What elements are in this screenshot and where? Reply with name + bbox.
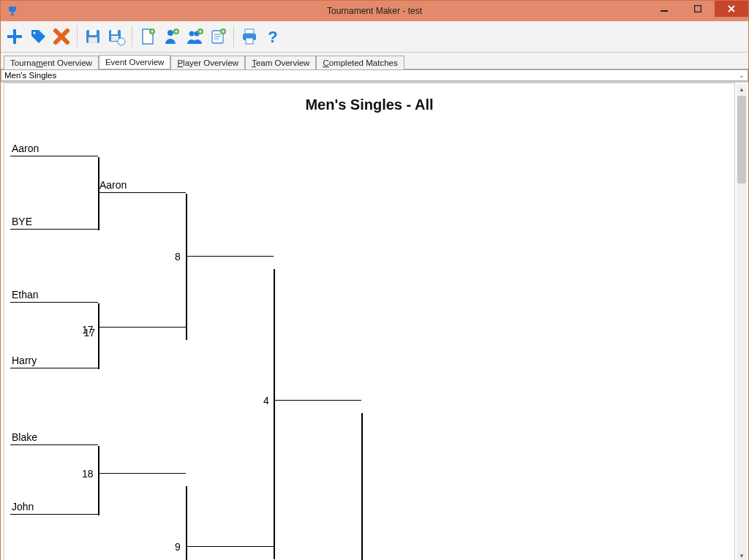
bracket-connector: [98, 157, 99, 230]
add-player-button[interactable]: [160, 26, 182, 48]
scrollbar-thumb[interactable]: [737, 96, 746, 183]
match-score: 4: [263, 395, 269, 406]
svg-text:…: …: [119, 39, 124, 45]
close-button[interactable]: [715, 1, 748, 17]
player-name: BYE: [12, 216, 32, 227]
event-selector-value: Men's Singles: [4, 71, 56, 80]
toolbar-separator: [132, 26, 132, 48]
tab-tournament-overview[interactable]: Tournament Overview: [4, 56, 99, 69]
bracket-slot: Blake: [10, 431, 98, 445]
scroll-up-arrow-icon[interactable]: ▲: [737, 84, 747, 94]
bracket-slot: [186, 254, 274, 257]
event-selector-dropdown[interactable]: Men's Singles ⌄: [1, 69, 748, 81]
svg-point-12: [168, 30, 173, 36]
svg-rect-7: [111, 30, 118, 34]
delete-button[interactable]: [50, 26, 72, 48]
person-add-icon: [162, 27, 181, 46]
svg-rect-21: [246, 38, 253, 44]
bracket-connector: [98, 303, 99, 369]
event-selector-row: Men's Singles ⌄: [1, 69, 748, 82]
player-name: Harry: [12, 355, 37, 366]
scroll-down-arrow-icon[interactable]: ▼: [737, 550, 747, 560]
svg-rect-1: [695, 6, 701, 12]
player-name: John: [12, 501, 34, 512]
save-icon: [83, 27, 102, 46]
chevron-down-icon: ⌄: [739, 72, 745, 79]
bracket-slot: John: [10, 501, 98, 515]
player-name: Blake: [12, 431, 37, 443]
new-doc-icon: [138, 27, 157, 46]
tab-strip: Tournament Overview Event Overview Playe…: [1, 53, 748, 69]
player-name: Ethan: [12, 289, 39, 300]
tab-event-overview[interactable]: Event Overview: [99, 55, 171, 69]
window-title: Tournament Maker - test: [1, 6, 748, 16]
x-icon: [52, 27, 71, 46]
title-bar: Tournament Maker - test: [1, 1, 748, 21]
bracket-slot: Aaron: [98, 179, 186, 193]
app-window: Tournament Maker - test …: [0, 0, 749, 560]
minimize-button[interactable]: [647, 1, 681, 17]
toolbar: … ?: [1, 21, 748, 53]
tag-button[interactable]: [27, 26, 49, 48]
tab-player-overview[interactable]: Player Overview: [170, 56, 245, 69]
match-score: 18: [82, 468, 94, 480]
bracket-title: Men's Singles - All: [4, 97, 734, 113]
svg-rect-4: [89, 30, 97, 35]
bracket-slot: [186, 545, 274, 547]
svg-rect-0: [660, 10, 668, 12]
svg-text:?: ?: [268, 28, 277, 46]
note-add-icon: [208, 27, 227, 46]
bracket-slot: Ethan: [10, 289, 98, 303]
content-area: Men's Singles - All Aaron BYE Ethan Harr…: [1, 82, 748, 560]
svg-point-2: [34, 32, 36, 34]
toolbar-separator: [233, 26, 234, 48]
tag-icon: [29, 27, 48, 46]
maximize-button[interactable]: [681, 1, 715, 17]
bracket-connector: [361, 413, 363, 560]
player-name: Aaron: [99, 179, 127, 191]
bracket-connector: [186, 486, 187, 560]
svg-point-14: [189, 31, 195, 37]
plus-icon: [5, 27, 24, 46]
vertical-scrollbar[interactable]: ▲ ▼: [737, 84, 747, 560]
save-button[interactable]: [82, 26, 104, 48]
bracket-slot: Harry 17: [10, 355, 98, 368]
bracket-slot: [98, 325, 186, 328]
window-controls: [647, 1, 748, 17]
match-score: 8: [175, 251, 181, 262]
svg-rect-19: [245, 29, 254, 34]
save-as-button[interactable]: …: [105, 26, 127, 48]
tab-completed-matches[interactable]: Completed Matches: [316, 56, 404, 69]
help-icon: ?: [263, 27, 282, 46]
bracket-panel: Men's Singles - All Aaron BYE Ethan Harr…: [4, 83, 735, 560]
tab-team-overview[interactable]: Team Overview: [245, 56, 316, 69]
help-button[interactable]: ?: [262, 26, 284, 48]
svg-rect-5: [89, 37, 97, 43]
bracket-connector: [274, 269, 275, 559]
bracket-connector: [98, 446, 99, 515]
svg-rect-8: [111, 36, 118, 41]
match-score: 17: [82, 324, 94, 336]
add-button[interactable]: [4, 26, 26, 48]
player-name: Aaron: [12, 143, 39, 154]
bracket-slot: [274, 398, 361, 401]
bracket-connector: [186, 194, 187, 340]
new-document-button[interactable]: [137, 26, 159, 48]
print-button[interactable]: [238, 26, 260, 48]
bracket-slot: Aaron: [10, 143, 98, 156]
add-note-button[interactable]: [207, 26, 229, 48]
add-team-button[interactable]: [184, 26, 206, 48]
bracket-slot: BYE: [10, 216, 98, 230]
toolbar-separator: [77, 26, 78, 48]
bracket-slot: [98, 472, 186, 474]
save-as-icon: …: [107, 27, 126, 46]
people-add-icon: [185, 27, 204, 46]
match-score: 9: [175, 541, 181, 553]
print-icon: [240, 27, 259, 46]
